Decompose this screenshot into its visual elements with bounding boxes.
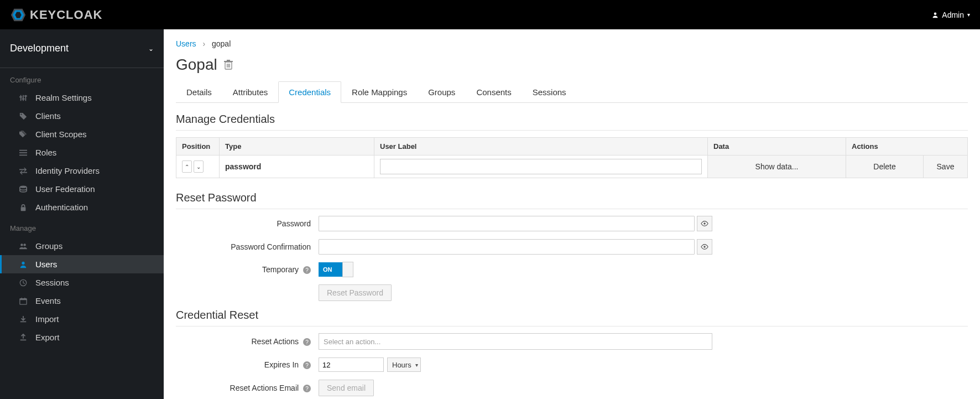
temporary-toggle[interactable]: ON [319, 262, 353, 277]
sidebar-item-label: Import [35, 314, 59, 324]
sidebar-item-label: Authentication [35, 203, 88, 212]
sidebar-item-authentication[interactable]: Authentication [0, 198, 164, 216]
sidebar-item-identity-providers[interactable]: Identity Providers [0, 162, 164, 180]
sidebar-item-sessions[interactable]: Sessions [0, 273, 164, 292]
sidebar-item-clients[interactable]: Clients [0, 107, 164, 125]
realm-name: Development [10, 43, 69, 54]
svg-rect-9 [24, 95, 27, 96]
sidebar-item-client-scopes[interactable]: Client Scopes [0, 125, 164, 143]
tab-groups[interactable]: Groups [418, 81, 466, 103]
send-email-button[interactable]: Send email [319, 380, 374, 396]
expires-value-input[interactable] [319, 357, 384, 372]
sidebar-item-export[interactable]: Export [0, 328, 164, 346]
delete-user-button[interactable] [224, 56, 233, 74]
svg-rect-21 [20, 298, 27, 300]
svg-point-32 [703, 222, 706, 225]
credentials-table: Position Type User Label Data Actions ⌃ … [176, 137, 968, 178]
svg-rect-5 [23, 95, 24, 101]
toggle-on-label: ON [319, 266, 332, 273]
sidebar-item-groups[interactable]: Groups [0, 237, 164, 255]
help-icon[interactable]: ? [303, 361, 311, 369]
move-down-button[interactable]: ⌄ [194, 160, 204, 173]
sidebar-item-user-federation[interactable]: User Federation [0, 180, 164, 198]
help-icon[interactable]: ? [303, 385, 311, 392]
topbar: KEYCLOAK Admin ▾ [0, 0, 980, 29]
tab-sessions[interactable]: Sessions [522, 81, 577, 103]
password-label: Password [176, 219, 319, 228]
tab-attributes[interactable]: Attributes [222, 81, 278, 103]
svg-rect-8 [22, 98, 24, 99]
tab-details[interactable]: Details [176, 81, 222, 103]
svg-rect-4 [20, 95, 22, 101]
trash-icon [224, 60, 233, 70]
sidebar-item-events[interactable]: Events [0, 292, 164, 310]
upload-icon [19, 333, 28, 342]
calendar-icon [19, 297, 28, 305]
reset-actions-email-label: Reset Actions Email ? [176, 384, 319, 393]
svg-rect-30 [228, 64, 228, 68]
sidebar: Development ⌄ Configure Realm Settings C… [0, 29, 164, 399]
password-input[interactable] [319, 216, 695, 231]
delete-credential-button[interactable]: Delete [873, 162, 895, 171]
exchange-icon [19, 167, 28, 175]
brand-logo[interactable]: KEYCLOAK [10, 7, 102, 23]
tab-credentials[interactable]: Credentials [278, 81, 341, 103]
svg-rect-27 [224, 61, 233, 62]
sidebar-item-roles[interactable]: Roles [0, 143, 164, 162]
sidebar-item-label: Export [35, 333, 59, 342]
user-dropdown[interactable]: Admin ▾ [932, 11, 970, 19]
sidebar-item-import[interactable]: Import [0, 310, 164, 328]
toggle-password-visibility[interactable] [697, 216, 712, 231]
page-title: Gopal [176, 56, 968, 74]
toggle-confirm-visibility[interactable] [697, 239, 712, 255]
move-up-button[interactable]: ⌃ [182, 160, 192, 173]
reset-actions-select[interactable]: Select an action... [319, 333, 712, 350]
sidebar-item-label: Events [35, 296, 61, 305]
svg-rect-29 [227, 64, 227, 68]
sidebar-item-label: User Federation [35, 184, 95, 194]
keycloak-logo-icon [10, 7, 27, 23]
realm-selector[interactable]: Development ⌄ [0, 29, 164, 68]
svg-rect-12 [19, 152, 27, 153]
reset-password-button[interactable]: Reset Password [319, 284, 392, 301]
svg-rect-31 [229, 64, 230, 68]
credential-reset-title: Credential Reset [176, 309, 968, 327]
temporary-label: Temporary ? [176, 265, 319, 274]
sidebar-item-realm-settings[interactable]: Realm Settings [0, 89, 164, 107]
sidebar-item-label: Client Scopes [35, 129, 87, 139]
save-credential-button[interactable]: Save [937, 162, 955, 171]
sidebar-item-label: Clients [35, 111, 61, 121]
user-label-input[interactable] [380, 159, 702, 174]
breadcrumb-parent[interactable]: Users [176, 39, 196, 48]
svg-point-18 [22, 261, 24, 264]
toggle-knob [342, 262, 353, 277]
password-confirm-input[interactable] [319, 239, 695, 255]
sliders-icon [19, 94, 28, 102]
sidebar-item-users[interactable]: Users [0, 255, 164, 273]
svg-rect-28 [227, 60, 230, 61]
tab-consents[interactable]: Consents [466, 81, 522, 103]
col-actions: Actions [846, 138, 968, 156]
expires-label: Expires In ? [176, 360, 319, 370]
svg-rect-15 [21, 207, 26, 211]
svg-point-33 [703, 246, 706, 248]
help-icon[interactable]: ? [303, 338, 311, 346]
expires-unit-select[interactable]: Hours [387, 357, 421, 372]
svg-point-17 [23, 243, 25, 246]
user-icon [19, 260, 28, 269]
user-icon [932, 12, 939, 18]
sidebar-item-label: Groups [35, 241, 62, 251]
reset-password-title: Reset Password [176, 191, 968, 209]
credential-row: ⌃ ⌄ password Show data... Delete Save [176, 156, 968, 178]
show-data-button[interactable]: Show data... [755, 162, 799, 171]
col-data: Data [708, 138, 846, 156]
tab-role-mappings[interactable]: Role Mappings [341, 81, 418, 103]
main-content: Users › gopal Gopal Details Attributes C… [164, 29, 980, 399]
svg-rect-24 [20, 321, 27, 322]
help-icon[interactable]: ? [303, 266, 311, 274]
svg-point-16 [20, 243, 23, 246]
sidebar-item-label: Users [35, 260, 57, 269]
svg-rect-7 [19, 96, 22, 97]
sidebar-item-label: Roles [35, 148, 56, 157]
lock-icon [19, 203, 28, 212]
